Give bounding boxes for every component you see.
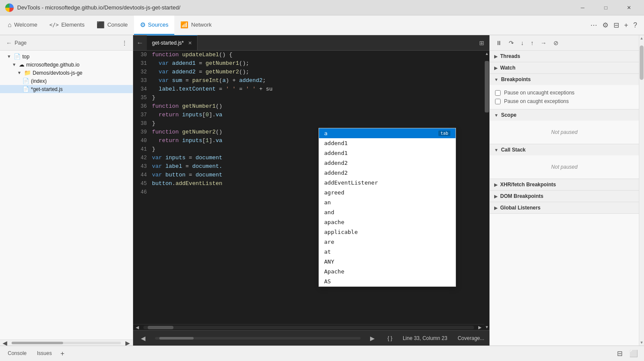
maximize-button[interactable]: □ bbox=[596, 1, 616, 14]
right-scroll-down[interactable]: ▼ bbox=[639, 340, 644, 346]
section-xhrfetch: ▶ XHR/fetch Breakpoints bbox=[490, 179, 639, 191]
step-button[interactable]: → bbox=[538, 38, 549, 48]
editor-hscroll-left[interactable]: ◀ bbox=[133, 325, 142, 330]
scope-header[interactable]: ▼ Scope bbox=[490, 109, 639, 121]
bottom-undock-button[interactable]: ⬜ bbox=[627, 348, 641, 359]
pause-uncaught-label: Pause on uncaught exceptions bbox=[504, 90, 574, 96]
tree-label-get-started-js: *get-started.js bbox=[31, 86, 63, 92]
editor-format-button[interactable]: ⊞ bbox=[477, 38, 486, 48]
scope-content: Not paused bbox=[490, 121, 639, 144]
bottom-tab-issues[interactable]: Issues bbox=[33, 349, 56, 359]
window-controls: ─ □ ✕ bbox=[573, 1, 639, 14]
dom-header[interactable]: ▶ DOM Breakpoints bbox=[490, 191, 639, 202]
tree-item-microsoftedge[interactable]: ▼ ☁ microsoftedge.github.io bbox=[0, 61, 133, 69]
tab-sources[interactable]: ⚙ Sources bbox=[134, 15, 175, 35]
breakpoints-header[interactable]: ▼ Breakpoints bbox=[490, 74, 639, 85]
ac-item-addend1-1[interactable]: addend1 bbox=[319, 138, 456, 148]
left-scroll-right[interactable]: ▶ bbox=[123, 339, 133, 346]
editor-back-button[interactable]: ← bbox=[133, 35, 147, 50]
tab-dock-icon[interactable]: ⊟ bbox=[612, 19, 621, 31]
pause-uncaught-checkbox[interactable] bbox=[495, 90, 501, 96]
ac-item-addend2-2[interactable]: addend2 bbox=[319, 168, 456, 178]
xhrfetch-arrow: ▶ bbox=[494, 182, 498, 187]
pause-uncaught-row: Pause on uncaught exceptions bbox=[495, 88, 634, 97]
ac-label-an: an bbox=[324, 199, 331, 206]
demos-folder-icon: 📁 bbox=[24, 70, 31, 76]
status-coverage: Coverage... bbox=[458, 335, 484, 341]
left-scroll-left[interactable]: ◀ bbox=[0, 339, 10, 346]
step-out-button[interactable]: ↑ bbox=[528, 38, 536, 48]
panel-menu-button[interactable]: ⋮ bbox=[120, 39, 129, 47]
ac-item-agreed[interactable]: agreed bbox=[319, 188, 456, 197]
ac-item-addend2-1[interactable]: addend2 bbox=[319, 158, 456, 168]
bottom-bar: Console Issues + ⊟ ⬜ bbox=[0, 346, 644, 361]
ac-label-addend2-2: addend2 bbox=[324, 170, 348, 176]
status-nav-right[interactable]: ▶ bbox=[368, 334, 377, 343]
tab-console[interactable]: ⬛ Console bbox=[91, 15, 134, 35]
tab-customize-icon[interactable]: ⋯ bbox=[589, 19, 599, 31]
tree-item-demos[interactable]: ▼ 📁 Demos/devtools-js-ge bbox=[0, 69, 133, 77]
callstack-header[interactable]: ▼ Call Stack bbox=[490, 144, 639, 155]
bottom-dock-button[interactable]: ⊟ bbox=[614, 348, 625, 359]
editor-hscroll-right[interactable]: ▶ bbox=[476, 325, 484, 330]
ac-item-apache-lower[interactable]: apache bbox=[319, 217, 456, 227]
code-line-31: 31 var addend1 = getNumber1(); bbox=[133, 59, 484, 68]
scope-empty-msg: Not paused bbox=[495, 124, 634, 140]
bottom-add-tab-button[interactable]: + bbox=[58, 349, 67, 358]
bottom-tab-console[interactable]: Console bbox=[3, 349, 31, 359]
ac-item-any[interactable]: ANY bbox=[319, 257, 456, 267]
status-line-col: Line 33, Column 23 bbox=[403, 335, 447, 341]
tab-add-icon[interactable]: + bbox=[623, 20, 630, 31]
code-editor[interactable]: 30 function updateLabel() { 31 var adden… bbox=[133, 51, 484, 324]
tab-elements[interactable]: </> Elements bbox=[43, 15, 91, 35]
close-button[interactable]: ✕ bbox=[619, 1, 639, 14]
editor-scroll-up[interactable]: ▲ bbox=[484, 51, 489, 57]
tab-help-icon[interactable]: ? bbox=[632, 20, 639, 31]
status-nav-left[interactable]: ◀ bbox=[138, 334, 148, 343]
tab-welcome[interactable]: ⌂ Welcome bbox=[2, 15, 43, 35]
globallisteners-header[interactable]: ▶ Global Listeners bbox=[490, 202, 639, 213]
globallisteners-label: Global Listeners bbox=[500, 205, 541, 211]
step-into-button[interactable]: ↓ bbox=[518, 38, 526, 48]
ac-item-as[interactable]: AS bbox=[319, 276, 456, 286]
left-panel-hscroll: ◀ ▶ bbox=[0, 340, 133, 346]
tab-settings-icon[interactable]: ⚙ bbox=[601, 19, 610, 31]
xhrfetch-header[interactable]: ▶ XHR/fetch Breakpoints bbox=[490, 179, 639, 190]
pause-resume-button[interactable]: ⏸ bbox=[493, 38, 504, 48]
ac-item-addeventlistener[interactable]: addEventListener bbox=[319, 178, 456, 188]
ac-item-at[interactable]: at bbox=[319, 247, 456, 257]
ac-item-and[interactable]: and bbox=[319, 207, 456, 217]
watch-header[interactable]: ▶ Watch bbox=[490, 62, 639, 73]
editor-scroll-down[interactable]: ▼ bbox=[484, 324, 489, 330]
tree-item-index[interactable]: 📄 (index) bbox=[0, 77, 133, 85]
ac-label-are: are bbox=[324, 239, 334, 245]
ac-item-apache-upper[interactable]: Apache bbox=[319, 267, 456, 276]
right-scroll-track bbox=[639, 41, 644, 340]
breakpoints-arrow: ▼ bbox=[494, 77, 498, 82]
ac-item-a[interactable]: a tab bbox=[319, 128, 456, 138]
section-threads: ▶ Threads bbox=[490, 51, 639, 62]
xhrfetch-label: XHR/fetch Breakpoints bbox=[500, 182, 556, 188]
tree-item-get-started-js[interactable]: 📄 *get-started.js bbox=[0, 85, 133, 93]
ac-item-are[interactable]: are bbox=[319, 237, 456, 247]
threads-header[interactable]: ▶ Threads bbox=[490, 51, 639, 62]
tree-item-top[interactable]: ▼ 📄 top bbox=[0, 52, 133, 61]
ac-item-an[interactable]: an bbox=[319, 197, 456, 207]
code-line-33: 33 var sum = parseInt(a) + addend2; bbox=[133, 76, 484, 85]
ac-item-addend1-2[interactable]: addend1 bbox=[319, 148, 456, 158]
callstack-arrow: ▼ bbox=[494, 148, 498, 152]
file-tree: ▼ 📄 top ▼ ☁ microsoftedge.github.io ▼ 📁 … bbox=[0, 51, 133, 340]
deactivate-breakpoints-button[interactable]: ⊘ bbox=[551, 38, 561, 48]
minimize-button[interactable]: ─ bbox=[573, 1, 592, 14]
step-over-button[interactable]: ↷ bbox=[506, 38, 516, 48]
editor-tab-get-started[interactable]: get-started.js* ✕ bbox=[147, 35, 197, 50]
cloud-icon: ☁ bbox=[19, 61, 24, 68]
right-scroll-up[interactable]: ▲ bbox=[639, 35, 644, 41]
pause-caught-checkbox[interactable] bbox=[495, 99, 501, 104]
ac-item-applicable[interactable]: applicable bbox=[319, 227, 456, 237]
editor-tab-close[interactable]: ✕ bbox=[188, 40, 192, 46]
tab-network[interactable]: 📶 Network bbox=[174, 15, 218, 35]
status-curly-icon: { } bbox=[388, 335, 392, 341]
panel-back-button[interactable]: ← bbox=[3, 39, 15, 47]
app-icon bbox=[5, 3, 14, 12]
